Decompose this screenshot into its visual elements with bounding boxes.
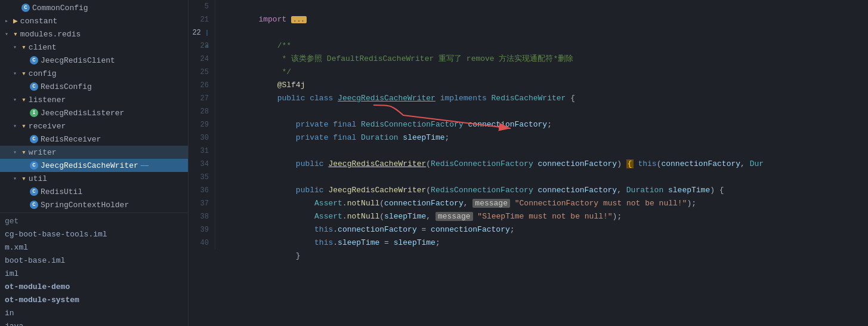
sidebar-item-redis-receiver[interactable]: C RedisReceiver <box>0 133 188 146</box>
arrow-placeholder <box>21 57 30 64</box>
sidebar-item-label: get <box>5 217 18 226</box>
sidebar-item-label: RedisConfig <box>41 82 92 91</box>
line-num-23: 23 <box>191 39 209 53</box>
line-num-31: 31 <box>191 144 209 158</box>
line-num-40: 40 <box>191 236 209 250</box>
java-class-icon: C <box>30 82 38 91</box>
sidebar-item-get[interactable]: get <box>0 214 188 227</box>
code-line-23: * 该类参照 DefaultRedisCacheWriter 重写了 remov… <box>221 39 868 53</box>
sidebar-item-label: CommonConfig <box>32 4 88 13</box>
arrow-placeholder <box>21 202 30 208</box>
sidebar-item-label: constant <box>20 17 57 26</box>
line-num-24: 24 <box>191 53 209 66</box>
file-tree[interactable]: C CommonConfig ▶ constant ▾ modules.redi… <box>0 0 189 326</box>
sidebar-item-jeecg-redis-cache-writer[interactable]: C JeecgRedisCacheWriter —— <box>0 159 188 172</box>
sidebar-item-in[interactable]: in <box>0 306 188 319</box>
sidebar-item-label: in <box>5 309 14 318</box>
arrow-placeholder <box>13 5 21 11</box>
sidebar-item-label: writer <box>29 148 57 157</box>
sidebar-item-redis-config[interactable]: C RedisConfig <box>0 80 188 93</box>
arrow-placeholder <box>21 110 30 116</box>
sidebar-item-modules-redis[interactable]: ▾ modules.redis <box>0 27 188 41</box>
sidebar-item-listener[interactable]: ▾ listener <box>0 93 188 106</box>
line-num-5: 5 <box>191 0 209 13</box>
code-line-25: @Slf4j <box>221 66 868 79</box>
folder-open-icon: ▾ <box>21 147 26 157</box>
sidebar-item-label: listener <box>29 96 66 104</box>
sidebar-item-label: JeecgRedisListerer <box>41 109 124 118</box>
folder-open-icon: ▾ <box>21 121 26 131</box>
editor-panel[interactable]: 5 21 22 |≡ 23 24 25 26 27 28 29 30 31 34… <box>189 0 868 326</box>
folder-open-icon: ▾ <box>21 69 26 78</box>
sidebar-item-label: iml <box>5 269 18 278</box>
sidebar-item-ot-module-system[interactable]: ot-module-system <box>0 293 188 306</box>
sidebar-item-common-config[interactable]: C CommonConfig <box>0 1 188 14</box>
sidebar-item-label: modules.redis <box>20 30 81 39</box>
sidebar-item-client[interactable]: ▾ client <box>0 41 188 54</box>
folder-open-icon: ▾ <box>13 29 18 39</box>
sidebar-item-util[interactable]: ▾ util <box>0 172 188 185</box>
line-num-29: 29 <box>191 118 209 131</box>
code-line-21 <box>221 13 868 26</box>
line-num-37: 37 <box>191 197 209 210</box>
line-num-22: 22 |≡ <box>191 26 209 39</box>
arrow-right-icon <box>5 17 13 24</box>
arrow-placeholder <box>21 136 30 143</box>
code-editor[interactable]: 5 21 22 |≡ 23 24 25 26 27 28 29 30 31 34… <box>189 0 868 250</box>
sidebar-item-label: ot-module-system <box>5 296 79 305</box>
arrow-down-icon <box>13 70 21 77</box>
code-line-34 <box>221 158 868 171</box>
sidebar-item-label: util <box>29 174 47 183</box>
sidebar-item-boot-base-iml[interactable]: boot-base.iml <box>0 254 188 267</box>
sidebar-item-spring-context-holder[interactable]: C SpringContextHolder <box>0 198 188 211</box>
line-num-26: 26 <box>191 79 209 92</box>
sidebar-item-constant[interactable]: ▶ constant <box>0 14 188 27</box>
sidebar-item-label: ot-module-demo <box>5 282 70 291</box>
sidebar-item-m-xml[interactable]: m.xml <box>0 241 188 254</box>
code-line-24: */ <box>221 53 868 66</box>
code-line-36: Assert.notNull(connectionFactory, messag… <box>221 184 868 197</box>
separator <box>0 213 188 213</box>
arrow-down-icon <box>13 96 21 103</box>
sidebar-item-receiver[interactable]: ▾ receiver <box>0 119 188 133</box>
line-num-25: 25 <box>191 66 209 79</box>
line-num-30: 30 <box>191 131 209 144</box>
arrow-down-icon <box>13 175 21 182</box>
code-line-26: public class JeecgRedisCacheWriter imple… <box>221 79 868 92</box>
code-line-22: /** <box>221 26 868 39</box>
code-line-30 <box>221 131 868 144</box>
arrow-down-icon <box>13 44 21 51</box>
java-class-icon: C <box>30 161 38 170</box>
sidebar-item-label: java <box>5 322 23 327</box>
sidebar-item-redis-util[interactable]: C RedisUtil <box>0 185 188 198</box>
arrow-down-icon <box>13 149 21 156</box>
sidebar-item-label: JeecgRedisClient <box>41 56 115 65</box>
line-numbers-gutter: 5 21 22 |≡ 23 24 25 26 27 28 29 30 31 34… <box>189 0 215 250</box>
sidebar-item-label: boot-base.iml <box>5 256 65 265</box>
line-num-39: 39 <box>191 223 209 236</box>
sidebar-item-config[interactable]: ▾ config <box>0 67 188 80</box>
sidebar-item-label: SpringContextHolder <box>41 201 129 210</box>
sidebar-item-jeecg-redis-client[interactable]: C JeecgRedisClient <box>0 54 188 67</box>
sidebar-item-label: m.xml <box>5 243 28 252</box>
sidebar-item-cg-boot[interactable]: cg-boot-base-tools.iml <box>0 227 188 241</box>
code-line-35: public JeecgRedisCacheWriter(RedisConnec… <box>221 171 868 184</box>
code-line-5: import ... <box>221 0 868 13</box>
java-class-icon: C <box>30 187 38 196</box>
sidebar-item-java[interactable]: java <box>0 319 188 326</box>
sidebar-item-jeecg-redis-listerer[interactable]: I JeecgRedisListerer <box>0 106 188 119</box>
line-num-27: 27 <box>191 92 209 105</box>
line-num-28: 28 <box>191 105 209 118</box>
sidebar-item-writer[interactable]: ▾ writer <box>0 146 188 159</box>
selection-indicator: —— <box>141 162 149 169</box>
line-num-21: 21 <box>191 13 209 26</box>
sidebar-item-ot-module-demo[interactable]: ot-module-demo <box>0 280 188 293</box>
code-line-31: public JeecgRedisCacheWriter(RedisConnec… <box>221 144 868 158</box>
code-content: import ... /** * 该类参照 DefaultRedisCacheW… <box>215 0 868 250</box>
line-num-36: 36 <box>191 184 209 197</box>
code-line-29: private final Duration sleepTime; <box>221 118 868 131</box>
sidebar-item-label: RedisUtil <box>41 187 82 196</box>
arrow-placeholder <box>21 189 30 195</box>
sidebar-item-iml[interactable]: iml <box>0 267 188 280</box>
sidebar-item-label: config <box>29 69 57 78</box>
